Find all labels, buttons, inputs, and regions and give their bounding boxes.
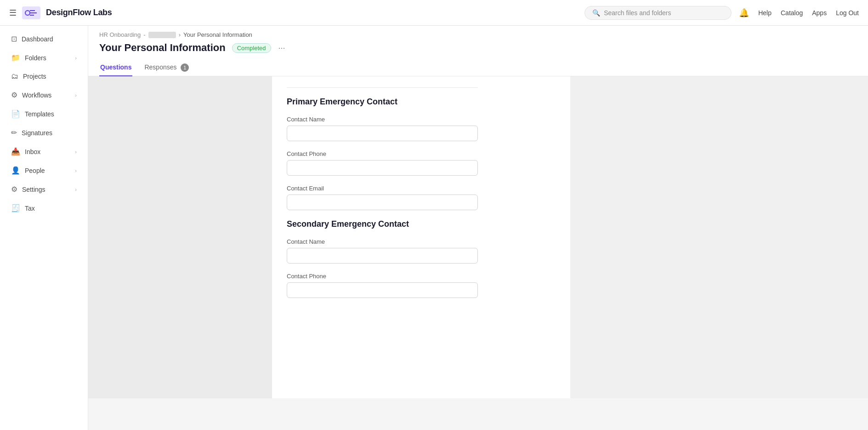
secondary-contact-phone-input[interactable] — [287, 282, 478, 298]
right-outer-panel — [570, 76, 868, 398]
sidebar-item-workflows[interactable]: ⚙ Workflows › — [4, 86, 84, 104]
sidebar-label-projects: Projects — [23, 73, 46, 80]
projects-icon: 🗂 — [11, 72, 18, 80]
sidebar-label-inbox: Inbox — [25, 148, 40, 155]
primary-contact-email-label: Contact Email — [287, 185, 478, 192]
page-title: Your Personal Information — [99, 42, 226, 54]
primary-contact-phone-group: Contact Phone — [287, 150, 478, 176]
right-panel-inner: Primary Emergency Contact Contact Name C… — [272, 76, 493, 318]
left-panel — [88, 76, 272, 398]
folders-icon: 📁 — [11, 53, 20, 62]
primary-contact-phone-input[interactable] — [287, 160, 478, 176]
sidebar-item-settings[interactable]: ⚙ Settings › — [4, 180, 84, 198]
breadcrumb: HR Onboarding - › Your Personal Informat… — [99, 31, 857, 38]
secondary-contact-name-label: Contact Name — [287, 238, 478, 245]
notification-bell-icon[interactable]: 🔔 — [739, 8, 749, 18]
tab-responses-label: Responses — [144, 63, 176, 71]
tab-questions[interactable]: Questions — [99, 60, 132, 76]
chevron-right-icon: › — [75, 187, 77, 192]
chevron-right-icon: › — [75, 92, 77, 98]
topnav-left: ☰ DesignFlow Labs — [9, 6, 577, 19]
help-link[interactable]: Help — [758, 9, 772, 17]
sidebar-item-signatures[interactable]: ✏ Signatures — [4, 124, 84, 142]
sidebar-item-folders[interactable]: 📁 Folders › — [4, 49, 84, 67]
sidebar: ⊡ Dashboard 📁 Folders › 🗂 Projects ⚙ Wor… — [0, 26, 88, 430]
logout-link[interactable]: Log Out — [836, 9, 859, 17]
sidebar-item-people[interactable]: 👤 People › — [4, 161, 84, 179]
sidebar-item-tax[interactable]: 🧾 Tax — [4, 199, 84, 217]
primary-contact-phone-label: Contact Phone — [287, 150, 478, 157]
hamburger-menu-icon[interactable]: ☰ — [9, 8, 17, 18]
templates-icon: 📄 — [11, 109, 20, 118]
search-placeholder: Search files and folders — [604, 9, 671, 17]
inbox-icon: 📥 — [11, 147, 20, 156]
primary-contact-email-group: Contact Email — [287, 185, 478, 210]
main-content: HR Onboarding - › Your Personal Informat… — [88, 26, 868, 430]
primary-contact-name-label: Contact Name — [287, 116, 478, 123]
chevron-right-icon: › — [75, 168, 77, 173]
secondary-contact-phone-group: Contact Phone — [287, 273, 478, 298]
primary-contact-email-input[interactable] — [287, 195, 478, 210]
chevron-right-icon: › — [75, 55, 77, 61]
tabs-container: Questions Responses 1 — [99, 59, 857, 76]
signatures-icon: ✏ — [11, 128, 17, 137]
people-icon: 👤 — [11, 166, 20, 175]
right-panel: Primary Emergency Contact Contact Name C… — [272, 76, 570, 398]
chevron-right-icon: › — [75, 149, 77, 155]
brand-name: DesignFlow Labs — [46, 8, 112, 17]
page-title-row: Your Personal Information Completed ··· — [99, 42, 857, 54]
app-body: ⊡ Dashboard 📁 Folders › 🗂 Projects ⚙ Wor… — [0, 26, 868, 430]
sidebar-label-dashboard: Dashboard — [22, 35, 53, 43]
catalog-link[interactable]: Catalog — [781, 9, 803, 17]
breadcrumb-root[interactable]: HR Onboarding — [99, 31, 141, 38]
sidebar-label-people: People — [25, 167, 45, 174]
sidebar-label-signatures: Signatures — [22, 129, 52, 137]
secondary-contact-name-input[interactable] — [287, 248, 478, 264]
tab-responses[interactable]: Responses 1 — [143, 60, 190, 76]
responses-badge: 1 — [181, 63, 189, 72]
sidebar-item-dashboard[interactable]: ⊡ Dashboard — [4, 30, 84, 48]
content-area: Primary Emergency Contact Contact Name C… — [88, 76, 868, 398]
sidebar-label-settings: Settings — [22, 186, 45, 193]
search-bar[interactable]: 🔍 Search files and folders — [584, 6, 732, 20]
dashboard-icon: ⊡ — [11, 34, 17, 43]
breadcrumb-separator-1: - — [143, 31, 145, 38]
breadcrumb-redacted — [148, 32, 176, 38]
status-badge: Completed — [232, 43, 271, 53]
more-options-button[interactable]: ··· — [278, 43, 285, 53]
sidebar-label-templates: Templates — [25, 110, 54, 118]
secondary-contact-phone-label: Contact Phone — [287, 273, 478, 280]
sidebar-label-folders: Folders — [25, 54, 46, 62]
sidebar-label-workflows: Workflows — [22, 92, 51, 99]
page-header: HR Onboarding - › Your Personal Informat… — [88, 26, 868, 76]
tax-icon: 🧾 — [11, 204, 20, 212]
sidebar-label-tax: Tax — [25, 205, 35, 212]
secondary-emergency-section-title: Secondary Emergency Contact — [287, 219, 478, 229]
workflows-icon: ⚙ — [11, 91, 17, 99]
sidebar-item-inbox[interactable]: 📥 Inbox › — [4, 143, 84, 161]
primary-emergency-section-title: Primary Emergency Contact — [287, 97, 478, 107]
top-navigation: ☰ DesignFlow Labs 🔍 Search files and fol… — [0, 0, 868, 26]
tab-questions-label: Questions — [100, 63, 131, 71]
apps-link[interactable]: Apps — [812, 9, 827, 17]
breadcrumb-separator-2: › — [179, 31, 181, 38]
primary-contact-name-group: Contact Name — [287, 116, 478, 141]
topnav-right: 🔔 Help Catalog Apps Log Out — [739, 8, 859, 18]
primary-contact-name-input[interactable] — [287, 126, 478, 141]
search-icon: 🔍 — [592, 9, 600, 17]
breadcrumb-current: Your Personal Information — [183, 31, 252, 38]
settings-icon: ⚙ — [11, 185, 17, 194]
sidebar-item-projects[interactable]: 🗂 Projects — [4, 68, 84, 85]
logo-icon — [22, 6, 40, 19]
section-divider-top — [287, 87, 478, 88]
secondary-contact-name-group: Contact Name — [287, 238, 478, 264]
sidebar-item-templates[interactable]: 📄 Templates — [4, 105, 84, 123]
